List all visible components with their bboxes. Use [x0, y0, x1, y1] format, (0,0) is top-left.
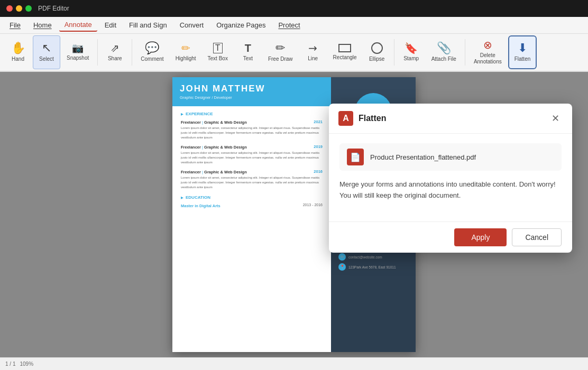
ellipse-icon: [371, 42, 383, 54]
hand-tool-button[interactable]: ✋ Hand: [4, 35, 32, 69]
menu-convert[interactable]: Convert: [174, 19, 209, 31]
attachfile-label: Attach File: [431, 56, 456, 62]
select-label: Select: [39, 56, 54, 62]
flatten-icon: ⬇: [518, 42, 527, 54]
highlight-tool-button[interactable]: ✏ Highlight: [170, 35, 201, 69]
ellipse-tool-button[interactable]: Ellipse: [363, 35, 391, 69]
cv-job-3: 2016 Freelancer | Graphic & Web Design L…: [181, 169, 323, 190]
dialog-title: Flatten: [359, 114, 548, 123]
snapshot-icon: 📷: [72, 43, 84, 53]
line-label: Line: [308, 56, 318, 62]
separator-1: [97, 39, 98, 66]
dialog-filename: Product Presentation_flattened.pdf: [370, 153, 476, 161]
dialog-file-row: 📄 Product Presentation_flattened.pdf: [339, 143, 562, 171]
dialog-app-icon: A: [338, 111, 353, 126]
flatten-label: Flatten: [514, 56, 531, 62]
dialog-app-icon-text: A: [343, 114, 349, 123]
freedraw-tool-button[interactable]: ✏ Free Draw: [263, 35, 298, 69]
stamp-tool-button[interactable]: 🔖 Stamp: [398, 35, 425, 69]
line-icon: ↗: [306, 41, 320, 55]
text-tool-button[interactable]: T Text: [234, 35, 262, 69]
stamp-icon: 🔖: [405, 43, 418, 53]
cancel-button[interactable]: Cancel: [512, 228, 562, 246]
menu-annotate[interactable]: Annotate: [59, 18, 97, 32]
minimize-dot[interactable]: [16, 5, 22, 12]
rectangle-tool-button[interactable]: Rectangle: [328, 35, 362, 69]
cv-job-1: 2021 Freelancer | Graphic & Web Design L…: [181, 119, 323, 140]
cv-job-3-year: 2016: [314, 169, 323, 174]
cv-edu-1-degree: Master in Digital Arts: [181, 204, 221, 208]
dialog-message: Merge your forms and annotations into un…: [339, 179, 562, 201]
separator-2: [132, 39, 132, 66]
textbox-icon: T: [213, 43, 223, 53]
delete-annotations-label: DeleteAnnotations: [474, 52, 502, 65]
cv-subtitle: Graphic Designer / Developer: [180, 95, 324, 100]
dialog-close-button[interactable]: ✕: [548, 111, 563, 126]
comment-tool-button[interactable]: 💬 Comment: [135, 35, 169, 69]
textbox-label: Text Box: [208, 56, 228, 62]
cv-job-3-title: Freelancer | Graphic & Web Design: [181, 170, 247, 174]
dialog-actions: Apply Cancel: [329, 221, 572, 253]
share-icon: ⇗: [111, 43, 120, 53]
freedraw-icon: ✏: [275, 42, 285, 54]
share-label: Share: [108, 56, 122, 62]
content-area: JOHN MATTHEW Graphic Designer / Develope…: [0, 72, 588, 370]
menu-fill-sign[interactable]: Fill and Sign: [124, 19, 172, 31]
cv-job-2-year: 2019: [314, 144, 323, 149]
menu-protect[interactable]: Protect: [273, 19, 305, 31]
text-icon: T: [245, 43, 251, 53]
location-icon: 📍: [338, 263, 346, 271]
cv-job-2-text: Lorem ipsum dolor sit amet, consectetur …: [181, 151, 323, 165]
maximize-dot[interactable]: [25, 5, 32, 12]
text-label: Text: [243, 56, 253, 62]
cv-name: JOHN MATTHEW: [180, 84, 324, 94]
highlight-label: Highlight: [176, 56, 196, 62]
cv-job-3-text: Lorem ipsum dolor sit amet, consectetur …: [181, 175, 323, 190]
stamp-label: Stamp: [403, 56, 419, 62]
menu-file[interactable]: File: [4, 19, 26, 31]
comment-label: Comment: [141, 56, 163, 62]
separator-3: [394, 39, 394, 66]
hand-icon: ✋: [11, 42, 25, 54]
cv-experience-title: EXPERIENCE: [181, 112, 323, 116]
status-zoom: 109%: [20, 361, 33, 367]
hand-label: Hand: [12, 56, 24, 62]
title-bar: PDF Editor: [0, 0, 588, 17]
cv-left-panel: JOHN MATTHEW Graphic Designer / Develope…: [172, 77, 331, 352]
flatten-tool-button[interactable]: ⬇ Flatten: [508, 35, 537, 69]
dialog-header: A Flatten ✕: [329, 104, 572, 134]
apply-button[interactable]: Apply: [454, 228, 507, 246]
menu-bar: File Home Annotate Edit Fill and Sign Co…: [0, 17, 588, 34]
freedraw-label: Free Draw: [268, 56, 293, 62]
menu-organize-pages[interactable]: Organize Pages: [211, 19, 271, 31]
cv-job-1-text: Lorem ipsum dolor sit amet, consectetur …: [181, 126, 323, 140]
cv-job-1-year: 2021: [314, 119, 323, 124]
line-tool-button[interactable]: ↗ Line: [299, 35, 327, 69]
cv-edu-1: 2013 - 2016 Master in Digital Arts: [181, 203, 323, 208]
delete-annotations-tool-button[interactable]: ⊗ DeleteAnnotations: [468, 35, 507, 69]
textbox-tool-button[interactable]: T Text Box: [203, 35, 233, 69]
flatten-dialog: A Flatten ✕ 📄 Product Presentation_flatt…: [329, 104, 572, 253]
rectangle-icon: [338, 44, 351, 52]
cv-education-title: EDUCATION: [181, 195, 323, 200]
select-tool-button[interactable]: ↖ Select: [33, 35, 60, 69]
cv-job-1-title: Freelancer | Graphic & Web Design: [181, 120, 247, 125]
status-page-info: 1 / 1: [5, 361, 15, 367]
dialog-body: 📄 Product Presentation_flattened.pdf Mer…: [329, 134, 572, 221]
cv-contact-address: 📍 123Park Ave 5678, East 91011: [338, 263, 408, 271]
cv-job-2-title: Freelancer | Graphic & Web Design: [181, 145, 247, 150]
dialog-file-icon: 📄: [347, 149, 364, 165]
cv-edu-1-year: 2013 - 2016: [303, 203, 323, 207]
cv-contact-email: ✉ contact@website.com: [338, 253, 408, 261]
attachfile-icon: 📎: [437, 42, 451, 54]
rectangle-label: Rectangle: [333, 54, 357, 61]
separator-4: [465, 39, 465, 66]
menu-edit[interactable]: Edit: [99, 19, 122, 31]
comment-icon: 💬: [145, 42, 159, 54]
close-dot[interactable]: [6, 5, 13, 12]
share-tool-button[interactable]: ⇗ Share: [101, 35, 128, 69]
highlight-icon: ✏: [181, 43, 190, 53]
menu-home[interactable]: Home: [28, 19, 57, 31]
snapshot-tool-button[interactable]: 📷 Snapshot: [61, 35, 94, 69]
attachfile-tool-button[interactable]: 📎 Attach File: [426, 35, 462, 69]
